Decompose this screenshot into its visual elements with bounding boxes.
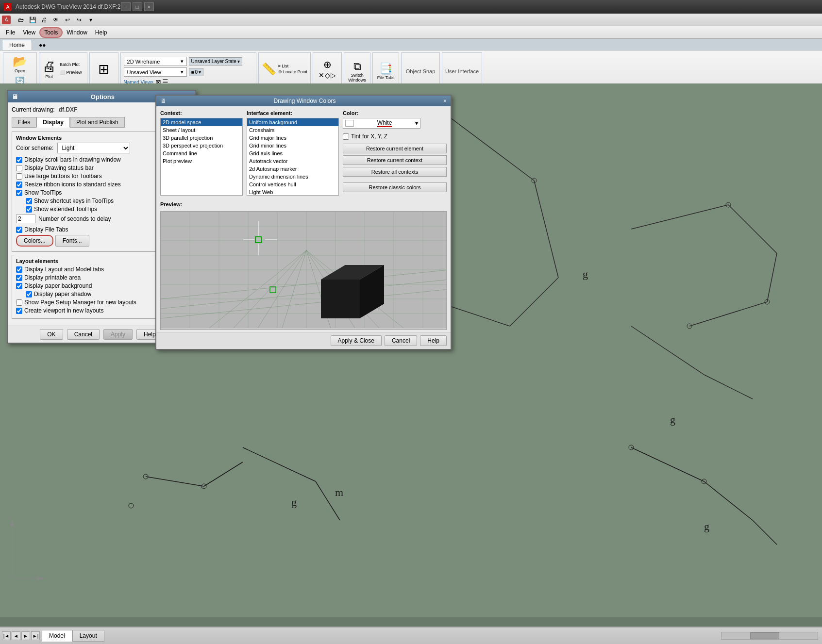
horizontal-scrollbar[interactable] — [721, 632, 818, 640]
cb-file-tabs-input[interactable] — [16, 227, 22, 233]
tab-plot-publish[interactable]: Plot and Publish — [70, 117, 125, 128]
btn-endpoint[interactable]: ⊕ — [323, 59, 332, 70]
cb-paper-shadow-input[interactable] — [26, 291, 32, 297]
iface-autotrack[interactable]: Autotrack vector — [247, 157, 338, 165]
interface-column: Interface element: Uniform background Cr… — [247, 110, 339, 196]
nav-last[interactable]: ►| — [31, 631, 40, 640]
btn-open[interactable]: 📂 Open — [12, 54, 28, 74]
btn-colors-help[interactable]: Help — [420, 335, 447, 346]
layer-state-dropdown[interactable]: Unsaved Layer State▾ — [189, 57, 242, 66]
undo-btn[interactable]: ↩ — [62, 15, 73, 25]
quick-dropdown[interactable]: ▾ — [85, 15, 96, 25]
menu-help[interactable]: Help — [91, 28, 111, 37]
btn-ok[interactable]: OK — [40, 329, 63, 340]
tint-checkbox[interactable] — [343, 133, 349, 140]
cb-extended-tooltips-input[interactable] — [26, 206, 32, 213]
cb-tooltips-input[interactable] — [16, 190, 22, 196]
fonts-button[interactable]: Fonts... — [55, 235, 89, 247]
svg-point-26 — [129, 503, 134, 508]
color-scheme-select[interactable]: Light Dark — [57, 143, 130, 153]
context-command[interactable]: Command line — [161, 149, 242, 157]
tab-display[interactable]: Display — [36, 117, 70, 128]
btn-measure[interactable]: 📏 — [262, 62, 276, 76]
btn-restore-all[interactable]: Restore all contexts — [343, 167, 447, 177]
tab-other[interactable]: ●● — [32, 40, 53, 50]
tab-layout[interactable]: Layout — [72, 630, 104, 642]
cb-shortcut-keys-input[interactable] — [26, 198, 32, 204]
btn-locate[interactable]: ⊕ Locate Point — [278, 69, 308, 74]
btn-list[interactable]: ≡ List — [278, 64, 308, 68]
color-label: Color: — [343, 110, 447, 116]
iface-grid-axis[interactable]: Grid axis lines — [247, 149, 338, 157]
menu-window[interactable]: Window — [63, 28, 91, 37]
colors-close-btn[interactable]: × — [443, 98, 447, 104]
cb-drawing-status-input[interactable] — [16, 165, 22, 171]
tab-files[interactable]: Files — [12, 117, 36, 128]
iface-control-vertices[interactable]: Control vertices hull — [247, 181, 338, 188]
save-btn[interactable]: 💾 — [27, 15, 38, 25]
snap-icon-2[interactable]: ◇ — [325, 71, 330, 79]
cb-drawing-status-label: Display Drawing status bar — [24, 165, 94, 171]
context-sheet[interactable]: Sheet / layout — [161, 126, 242, 134]
cb-paper-background-input[interactable] — [16, 283, 22, 289]
window-controls[interactable]: − □ × — [121, 2, 154, 11]
nav-first[interactable]: |◄ — [2, 631, 11, 640]
dropdown-2d-wireframe[interactable]: 2D Wireframe▾ — [124, 57, 187, 66]
cb-large-buttons-input[interactable] — [16, 173, 22, 180]
btn-restore-element[interactable]: Restore current element — [343, 144, 447, 153]
iface-autosnap[interactable]: 2d Autosnap marker — [247, 165, 338, 173]
btn-cancel[interactable]: Cancel — [67, 329, 100, 340]
iface-uniform-bg[interactable]: Uniform background — [247, 118, 338, 126]
iface-light-web[interactable]: Light Web — [247, 188, 338, 196]
scrollbar-thumb[interactable] — [750, 632, 779, 639]
context-3d-perspective[interactable]: 3D perspective projection — [161, 142, 242, 149]
cb-page-setup-input[interactable] — [16, 299, 22, 306]
color-dropdown-arrow[interactable]: ▾ — [415, 120, 418, 127]
preview-btn[interactable]: 👁 — [50, 15, 61, 25]
cb-viewport-label: Create viewport in new layouts — [24, 307, 103, 314]
snap-icon-3[interactable]: ▷ — [331, 71, 336, 79]
btn-batch-plot[interactable]: Batch Plot — [58, 61, 84, 68]
tab-model[interactable]: Model — [42, 630, 72, 642]
menu-file[interactable]: File — [2, 28, 19, 37]
colors-button[interactable]: Colors... — [16, 235, 53, 247]
nav-prev[interactable]: ◄ — [12, 631, 20, 640]
color-controls-column: Color: White ▾ Tint for X, Y, Z Restore … — [343, 110, 447, 196]
menu-tools[interactable]: Tools — [39, 27, 63, 38]
btn-plot[interactable]: 🖨 Plot — [42, 58, 56, 79]
cb-layout-model-tabs-input[interactable] — [16, 266, 22, 273]
iface-grid-minor[interactable]: Grid minor lines — [247, 142, 338, 149]
btn-apply[interactable]: Apply — [103, 329, 133, 340]
maximize-btn[interactable]: □ — [133, 2, 142, 11]
context-2d-model[interactable]: 2D model space — [161, 118, 242, 126]
cb-printable-area-input[interactable] — [16, 275, 22, 281]
tab-home[interactable]: Home — [2, 40, 32, 50]
iface-grid-major[interactable]: Grid major lines — [247, 134, 338, 142]
context-3d-parallel[interactable]: 3D parallel projection — [161, 134, 242, 142]
btn-preview[interactable]: ⬜ Preview — [58, 69, 84, 76]
layer-color-dropdown[interactable]: ■0▾ — [189, 68, 204, 76]
btn-restore-context[interactable]: Restore current context — [343, 155, 447, 165]
cb-scroll-bars-input[interactable] — [16, 157, 22, 163]
cb-resize-ribbon-input[interactable] — [16, 182, 22, 188]
snap-icon-1[interactable]: ✕ — [319, 71, 324, 79]
nav-next[interactable]: ► — [21, 631, 30, 640]
cb-viewport-input[interactable] — [16, 308, 22, 314]
color-dropdown-btn[interactable]: White ▾ — [343, 118, 420, 129]
print-btn[interactable]: 🖨 — [39, 15, 50, 25]
iface-dynamic-dim[interactable]: Dynamic dimension lines — [247, 173, 338, 181]
close-btn[interactable]: × — [144, 2, 154, 11]
context-plot[interactable]: Plot preview — [161, 157, 242, 165]
dropdown-unsaved-view[interactable]: Unsaved View▾ — [124, 67, 187, 77]
minimize-btn[interactable]: − — [121, 2, 131, 11]
btn-extents[interactable]: ⊞ — [98, 54, 109, 84]
cb-paper-background-label: Display paper background — [24, 282, 92, 289]
new-btn[interactable]: 🗁 — [16, 15, 26, 25]
menu-view[interactable]: View — [19, 28, 39, 37]
iface-crosshairs[interactable]: Crosshairs — [247, 126, 338, 134]
redo-btn[interactable]: ↪ — [74, 15, 84, 25]
btn-colors-cancel[interactable]: Cancel — [385, 335, 417, 346]
btn-restore-classic[interactable]: Restore classic colors — [343, 182, 447, 192]
delay-input[interactable] — [16, 215, 35, 223]
btn-apply-close[interactable]: Apply & Close — [331, 335, 382, 346]
